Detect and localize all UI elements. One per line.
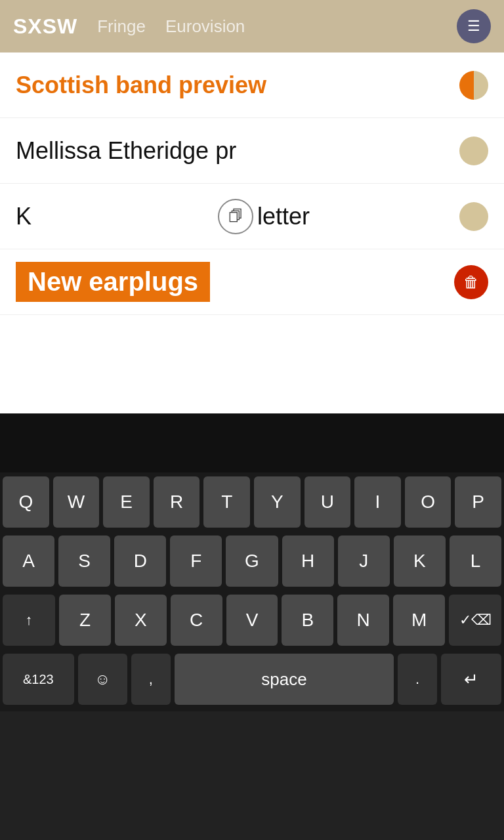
key-q[interactable]: Q [3,476,49,528]
key-g[interactable]: G [226,536,278,587]
key-o[interactable]: O [405,476,452,528]
item-badge-scottish[interactable] [459,71,488,100]
menu-icon: ☰ [467,18,480,35]
key-u[interactable]: U [304,476,351,528]
key-i[interactable]: I [354,476,401,528]
keyboard-rows: Q W E R T Y U I O P A S D F G H J K L ↑ … [0,472,504,711]
keyboard: Q W E R T Y U I O P A S D F G H J K L ↑ … [0,413,504,840]
period-key[interactable]: . [398,654,437,705]
content-area: Scottish band preview Mellissa Etheridge… [0,52,504,315]
item-text-letter: letter [257,203,459,230]
key-m[interactable]: M [393,595,445,646]
item-text-k-prefix: K [16,203,218,230]
key-j[interactable]: J [338,536,390,587]
emoji-key[interactable]: ☺ [78,654,127,705]
key-n[interactable]: N [337,595,389,646]
key-c[interactable]: C [171,595,222,646]
trash-icon: 🗑 [463,273,479,291]
key-y[interactable]: Y [254,476,301,528]
item-text-mellissa[interactable]: Mellissa Etheridge pr [16,137,459,165]
item-badge-letter[interactable] [459,202,488,231]
keyboard-row-4: &123 ☺ , space . ↵ [3,650,501,711]
key-x[interactable]: X [115,595,167,646]
key-h[interactable]: H [282,536,334,587]
key-z[interactable]: Z [59,595,111,646]
backspace-key[interactable]: ✓⌫ [449,595,501,646]
key-f[interactable]: F [170,536,222,587]
key-a[interactable]: A [3,536,54,587]
keyboard-gap [0,413,504,472]
comma-key[interactable]: , [131,654,171,705]
menu-icon-button[interactable]: ☰ [457,9,491,43]
item-text-new-earplugs[interactable]: New earplugs [16,262,210,302]
key-p[interactable]: P [455,476,501,528]
copy-icon: 🗍 [228,208,243,225]
list-item-new-earplugs: New earplugs 🗑 [0,249,504,315]
key-e[interactable]: E [103,476,150,528]
enter-key[interactable]: ↵ [441,654,501,705]
key-t[interactable]: T [203,476,250,528]
list-item: Mellissa Etheridge pr [0,118,504,184]
tab-fringe[interactable]: Fringe [97,16,146,37]
key-s[interactable]: S [58,536,110,587]
keyboard-row-2: A S D F G H J K L [3,532,501,587]
tab-eurovision[interactable]: Eurovision [165,16,245,37]
list-item: K 🗍 letter [0,184,504,249]
key-v[interactable]: V [226,595,278,646]
item-badge-mellissa[interactable] [459,136,488,165]
key-l[interactable]: L [450,536,501,587]
copy-icon-button[interactable]: 🗍 [218,199,253,234]
key-b[interactable]: B [282,595,333,646]
key-r[interactable]: R [154,476,200,528]
keyboard-row-1: Q W E R T Y U I O P [3,472,501,528]
delete-button[interactable]: 🗑 [454,265,488,299]
app-header: SXSW Fringe Eurovision ☰ [0,0,504,52]
shift-key[interactable]: ↑ [3,595,55,646]
key-k[interactable]: K [394,536,446,587]
list-item: Scottish band preview [0,52,504,118]
key-w[interactable]: W [53,476,100,528]
numbers-key[interactable]: &123 [3,654,74,705]
keyboard-row-3: ↑ Z X C V B N M ✓⌫ [3,591,501,646]
key-d[interactable]: D [114,536,166,587]
space-key[interactable]: space [175,654,394,705]
item-text-scottish[interactable]: Scottish band preview [16,72,459,99]
app-title[interactable]: SXSW [13,14,77,39]
